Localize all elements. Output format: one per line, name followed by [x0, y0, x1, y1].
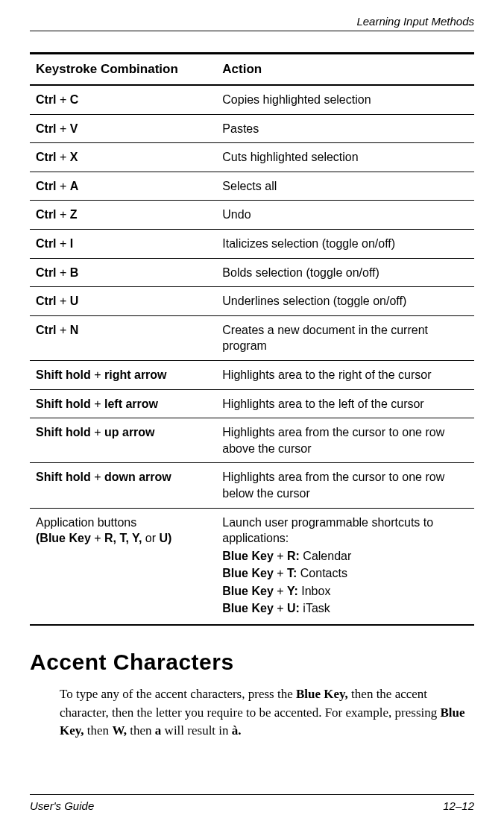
- col-header-keystroke: Keystroke Combination: [30, 54, 216, 86]
- keystroke-cell: Ctrl + C: [30, 85, 216, 114]
- table-row: Shift hold + down arrowHighlights area f…: [30, 463, 474, 508]
- action-cell: Creates a new document in the current pr…: [216, 315, 474, 360]
- keystroke-cell: Ctrl + N: [30, 315, 216, 360]
- keystroke-cell: Ctrl + A: [30, 172, 216, 201]
- table-row: Ctrl + NCreates a new document in the cu…: [30, 315, 474, 360]
- keystroke-cell: Ctrl + U: [30, 287, 216, 316]
- keystroke-cell: Ctrl + Z: [30, 201, 216, 230]
- running-header: Learning Input Methods: [30, 15, 474, 31]
- action-cell: Undo: [216, 201, 474, 230]
- table-row: Ctrl + UUnderlines selection (toggle on/…: [30, 287, 474, 316]
- action-cell: Highlights area from the cursor to one r…: [216, 418, 474, 463]
- keystroke-cell: Ctrl + I: [30, 229, 216, 258]
- action-cell: Launch user programmable shortcuts to ap…: [216, 508, 474, 625]
- footer-left: User's Guide: [30, 799, 94, 812]
- action-cell: Highlights area from the cursor to one r…: [216, 463, 474, 508]
- col-header-action: Action: [216, 54, 474, 86]
- action-cell: Highlights area to the right of the curs…: [216, 360, 474, 389]
- keystroke-cell: Shift hold + down arrow: [30, 463, 216, 508]
- table-row: Ctrl + ASelects all: [30, 172, 474, 201]
- section-heading-accent-characters: Accent Characters: [30, 650, 474, 675]
- action-cell: Pastes: [216, 114, 474, 143]
- table-header-row: Keystroke Combination Action: [30, 54, 474, 86]
- keystroke-cell: Ctrl + X: [30, 143, 216, 172]
- action-cell: Cuts highlighted selection: [216, 143, 474, 172]
- action-cell: Bolds selection (toggle on/off): [216, 258, 474, 287]
- table-row: Ctrl + ZUndo: [30, 201, 474, 230]
- page-footer: User's Guide 12–12: [30, 794, 474, 812]
- table-row: Ctrl + XCuts highlighted selection: [30, 143, 474, 172]
- table-row-app-buttons: Application buttons(Blue Key + R, T, Y, …: [30, 508, 474, 625]
- table-row: Ctrl + CCopies highlighted selection: [30, 85, 474, 114]
- keystroke-cell: Application buttons(Blue Key + R, T, Y, …: [30, 508, 216, 625]
- action-cell: Copies highlighted selection: [216, 85, 474, 114]
- table-row: Ctrl + VPastes: [30, 114, 474, 143]
- action-cell: Underlines selection (toggle on/off): [216, 287, 474, 316]
- action-cell: Italicizes selection (toggle on/off): [216, 229, 474, 258]
- keystroke-cell: Ctrl + B: [30, 258, 216, 287]
- keystroke-cell: Ctrl + V: [30, 114, 216, 143]
- accent-characters-paragraph: To type any of the accent characters, pr…: [60, 685, 474, 741]
- keystroke-table: Keystroke Combination Action Ctrl + CCop…: [30, 52, 474, 626]
- table-row: Ctrl + IItalicizes selection (toggle on/…: [30, 229, 474, 258]
- keystroke-cell: Shift hold + left arrow: [30, 389, 216, 418]
- footer-right: 12–12: [443, 799, 474, 812]
- keystroke-cell: Shift hold + right arrow: [30, 360, 216, 389]
- table-row: Shift hold + up arrowHighlights area fro…: [30, 418, 474, 463]
- table-row: Ctrl + BBolds selection (toggle on/off): [30, 258, 474, 287]
- keystroke-cell: Shift hold + up arrow: [30, 418, 216, 463]
- action-cell: Selects all: [216, 172, 474, 201]
- table-row: Shift hold + left arrowHighlights area t…: [30, 389, 474, 418]
- action-cell: Highlights area to the left of the curso…: [216, 389, 474, 418]
- table-row: Shift hold + right arrowHighlights area …: [30, 360, 474, 389]
